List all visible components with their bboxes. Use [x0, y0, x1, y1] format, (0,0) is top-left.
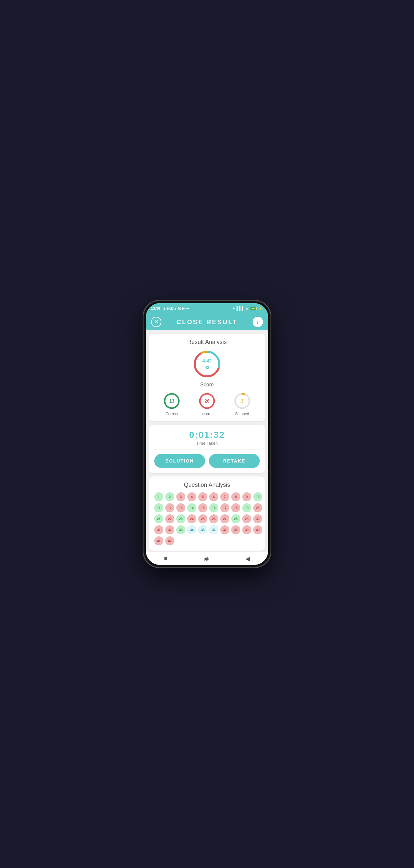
question-bubble-27[interactable]: 27: [220, 514, 229, 523]
wifi-icon: ⌾: [246, 306, 248, 310]
question-bubble-10[interactable]: 10: [253, 492, 262, 501]
score-denominator: 42: [205, 365, 209, 370]
main-content: Result Analysis: [146, 330, 268, 552]
question-bubble-4[interactable]: 4: [187, 492, 196, 501]
time-card: 0:01:32 Time Taken SOLUTION RETAKE: [149, 425, 265, 473]
question-bubble-36[interactable]: 36: [209, 525, 218, 534]
stats-row: 13 Correct 26: [154, 392, 260, 416]
status-bar: 13:36 | 2.9KB/s M ▶ ••• ✦ ▌▌▌ ⌾ 99 ⚡: [146, 303, 268, 313]
nav-title: Close Result: [177, 318, 238, 326]
question-bubble-32[interactable]: 32: [165, 525, 174, 534]
score-section: 4.42 42 Score: [154, 349, 260, 416]
question-bubble-33[interactable]: 33: [176, 525, 185, 534]
back-square-icon[interactable]: ■: [164, 555, 168, 562]
question-bubble-14[interactable]: 14: [187, 503, 196, 513]
signal-icon: ▌▌▌: [237, 306, 244, 310]
info-button[interactable]: i: [252, 317, 263, 327]
question-bubble-26[interactable]: 26: [209, 514, 218, 523]
question-bubble-11[interactable]: 11: [154, 503, 163, 513]
question-bubble-19[interactable]: 19: [242, 503, 251, 513]
skipped-label: Skipped: [235, 412, 249, 416]
question-bubble-3[interactable]: 3: [176, 492, 185, 501]
question-bubble-8[interactable]: 8: [231, 492, 240, 501]
incorrect-stat: 26 Incorrect: [198, 392, 216, 416]
question-bubble-28[interactable]: 28: [231, 514, 240, 523]
question-bubble-20[interactable]: 20: [253, 503, 262, 513]
incorrect-ring: 26: [198, 392, 216, 410]
question-bubble-39[interactable]: 39: [242, 525, 251, 534]
question-analysis-title: Question Analysis: [154, 482, 260, 488]
question-bubble-7[interactable]: 7: [220, 492, 229, 501]
question-bubble-37[interactable]: 37: [220, 525, 229, 534]
close-icon: ✕: [154, 318, 159, 326]
top-nav: ✕ Close Result i: [146, 313, 268, 330]
question-bubble-6[interactable]: 6: [209, 492, 218, 501]
correct-ring: 13: [163, 392, 180, 410]
time-label: Time Taken: [154, 441, 260, 446]
divider: [154, 450, 260, 450]
question-bubble-23[interactable]: 23: [176, 514, 185, 523]
question-bubble-31[interactable]: 31: [154, 525, 163, 534]
charging-icon: ⚡: [258, 306, 263, 311]
question-bubble-29[interactable]: 29: [242, 514, 251, 523]
retake-button[interactable]: RETAKE: [209, 454, 260, 468]
info-icon: i: [257, 319, 258, 326]
battery-icon: 99: [250, 307, 257, 310]
result-analysis-title: Result Analysis: [154, 339, 260, 346]
skipped-ring: 3: [234, 392, 251, 410]
question-bubble-24[interactable]: 24: [187, 514, 196, 523]
phone-frame: 13:36 | 2.9KB/s M ▶ ••• ✦ ▌▌▌ ⌾ 99 ⚡ ✕ C…: [144, 301, 270, 567]
question-bubble-18[interactable]: 18: [231, 503, 240, 513]
home-circle-icon[interactable]: ◉: [204, 555, 209, 562]
time-display: 13:36: [151, 306, 160, 310]
question-grid: 1234567891011121314151617181920212223242…: [154, 492, 260, 546]
correct-label: Correct: [166, 412, 178, 416]
question-bubble-5[interactable]: 5: [198, 492, 207, 501]
score-label: Score: [200, 382, 214, 388]
correct-count: 13: [170, 398, 175, 404]
question-bubble-1[interactable]: 1: [154, 492, 163, 501]
question-bubble-9[interactable]: 9: [242, 492, 251, 501]
status-left: 13:36 | 2.9KB/s M ▶ •••: [151, 306, 189, 311]
question-bubble-40[interactable]: 40: [253, 525, 262, 534]
question-bubble-12[interactable]: 12: [165, 503, 174, 513]
question-bubble-15[interactable]: 15: [198, 503, 207, 513]
bluetooth-icon: ✦: [232, 306, 235, 311]
question-bubble-34[interactable]: 34: [187, 525, 196, 534]
phone-inner: 13:36 | 2.9KB/s M ▶ ••• ✦ ▌▌▌ ⌾ 99 ⚡ ✕ C…: [146, 303, 268, 565]
question-bubble-22[interactable]: 22: [165, 514, 174, 523]
question-bubble-38[interactable]: 38: [231, 525, 240, 534]
question-bubble-21[interactable]: 21: [154, 514, 163, 523]
question-bubble-13[interactable]: 13: [176, 503, 185, 513]
question-bubble-25[interactable]: 25: [198, 514, 207, 523]
notification-icons: M ▶ •••: [178, 306, 189, 311]
question-bubble-2[interactable]: 2: [165, 492, 174, 501]
incorrect-count: 26: [204, 398, 210, 404]
incorrect-label: Incorrect: [200, 412, 215, 416]
question-bubble-17[interactable]: 17: [220, 503, 229, 513]
back-triangle-icon[interactable]: ◀: [245, 555, 250, 562]
status-right: ✦ ▌▌▌ ⌾ 99 ⚡: [232, 306, 263, 311]
question-bubble-30[interactable]: 30: [253, 514, 262, 523]
skipped-stat: 3 Skipped: [234, 392, 251, 416]
score-text: 4.42 42: [202, 358, 211, 370]
solution-button[interactable]: SOLUTION: [154, 454, 205, 468]
question-analysis-card: Question Analysis 1234567891011121314151…: [149, 476, 265, 551]
score-numerator: 4.42: [202, 358, 211, 364]
correct-stat: 13 Correct: [163, 392, 180, 416]
time-value: 0:01:32: [154, 430, 260, 440]
bottom-nav: ■ ◉ ◀: [146, 552, 268, 565]
question-bubble-42[interactable]: 42: [165, 536, 174, 546]
result-analysis-card: Result Analysis: [149, 334, 265, 422]
close-button[interactable]: ✕: [151, 317, 162, 327]
score-ring: 4.42 42: [193, 349, 221, 379]
question-bubble-35[interactable]: 35: [198, 525, 207, 534]
question-bubble-41[interactable]: 41: [154, 536, 163, 546]
network-speed: | 2.9KB/s: [162, 306, 177, 310]
action-buttons: SOLUTION RETAKE: [154, 454, 260, 468]
question-bubble-16[interactable]: 16: [209, 503, 218, 513]
skipped-count: 3: [241, 398, 244, 404]
